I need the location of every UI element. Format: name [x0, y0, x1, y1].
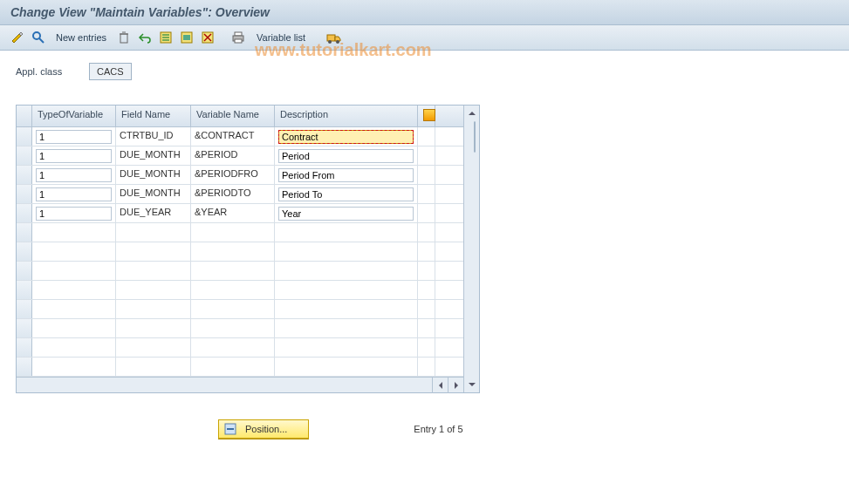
row-selector[interactable] — [17, 358, 32, 376]
cell-type[interactable] — [32, 127, 116, 146]
desc-input[interactable] — [278, 130, 414, 144]
row-selector[interactable] — [17, 185, 32, 203]
table-row-empty[interactable] — [17, 223, 463, 242]
table-row-empty[interactable] — [17, 319, 463, 338]
table-row-empty[interactable] — [17, 242, 463, 262]
col-header-var[interactable]: Variable Name — [191, 106, 275, 126]
table-row-empty[interactable] — [17, 262, 463, 281]
select-block-icon[interactable] — [178, 29, 195, 46]
other-entry-icon[interactable] — [30, 29, 47, 46]
appl-class-row: Appl. class CACS — [16, 63, 833, 80]
table-row-empty[interactable] — [17, 338, 463, 358]
col-header-desc[interactable]: Description — [275, 106, 418, 126]
cell-desc[interactable] — [275, 127, 418, 146]
cell-desc[interactable] — [275, 319, 418, 337]
page-title: Change View "Maintain Variables": Overvi… — [10, 5, 839, 19]
desc-input[interactable] — [278, 207, 414, 221]
table-row-empty[interactable] — [17, 281, 463, 300]
table-row[interactable]: DUE_MONTH&PERIOD — [17, 146, 463, 166]
cell-type[interactable] — [32, 146, 116, 165]
cell-type[interactable] — [32, 338, 116, 357]
cell-desc[interactable] — [275, 358, 418, 376]
new-entries-button[interactable]: New entries — [51, 32, 112, 43]
cell-desc[interactable] — [275, 281, 418, 299]
row-selector[interactable] — [17, 166, 32, 184]
type-input[interactable] — [36, 149, 112, 163]
type-input[interactable] — [36, 130, 112, 144]
row-selector[interactable] — [17, 242, 32, 261]
scroll-left-icon[interactable] — [432, 378, 448, 393]
configure-columns-button[interactable] — [418, 106, 435, 126]
cell-type[interactable] — [32, 300, 116, 318]
delete-icon[interactable] — [115, 29, 133, 46]
scroll-thumb[interactable] — [474, 121, 476, 153]
scroll-down-icon[interactable] — [464, 377, 479, 392]
select-all-icon[interactable] — [157, 29, 175, 46]
cell-desc[interactable] — [275, 185, 418, 203]
col-header-type[interactable]: TypeOfVariable — [32, 106, 116, 126]
cell-field — [116, 319, 191, 337]
variable-list-button[interactable]: Variable list — [251, 32, 311, 43]
cell-desc[interactable] — [275, 204, 418, 222]
cell-var: &YEAR — [191, 204, 275, 222]
print-icon[interactable] — [230, 29, 248, 46]
scroll-up-icon[interactable] — [464, 106, 479, 121]
cell-var: &PERIODTO — [191, 185, 275, 203]
cell-desc[interactable] — [275, 223, 418, 242]
row-selector[interactable] — [17, 146, 32, 165]
row-selector[interactable] — [17, 300, 32, 318]
cell-type[interactable] — [32, 223, 116, 242]
type-input[interactable] — [36, 187, 112, 201]
table-row[interactable]: DUE_MONTH&PERIODFRO — [17, 166, 463, 185]
cell-desc[interactable] — [275, 166, 418, 184]
deselect-all-icon[interactable] — [199, 29, 216, 46]
row-selector[interactable] — [17, 281, 32, 299]
cell-desc[interactable] — [275, 262, 418, 280]
position-button[interactable]: Position... — [218, 419, 309, 439]
type-input[interactable] — [36, 207, 112, 221]
cell-type[interactable] — [32, 262, 116, 280]
row-selector[interactable] — [17, 127, 32, 146]
row-selector[interactable] — [17, 223, 32, 242]
transport-icon[interactable] — [325, 29, 344, 46]
table-row-empty[interactable] — [17, 358, 463, 377]
table-row[interactable]: CTRTBU_ID&CONTRACT — [17, 127, 463, 146]
undo-change-icon[interactable] — [136, 29, 154, 46]
table-footer: Position... Entry 1 of 5 — [16, 419, 833, 439]
row-selector[interactable] — [17, 338, 32, 357]
cell-desc[interactable] — [275, 146, 418, 165]
cell-pad — [418, 338, 435, 357]
cell-pad — [418, 166, 435, 184]
cell-field — [116, 262, 191, 280]
cell-desc[interactable] — [275, 242, 418, 261]
cell-type[interactable] — [32, 319, 116, 337]
desc-input[interactable] — [278, 168, 414, 182]
cell-type[interactable] — [32, 166, 116, 184]
cell-type[interactable] — [32, 281, 116, 299]
cell-type[interactable] — [32, 185, 116, 203]
desc-input[interactable] — [278, 187, 414, 201]
row-selector[interactable] — [17, 319, 32, 337]
row-selector-header[interactable] — [17, 106, 32, 126]
table-row[interactable]: DUE_YEAR&YEAR — [17, 204, 463, 223]
cell-var — [191, 223, 275, 242]
cell-type[interactable] — [32, 242, 116, 261]
row-selector[interactable] — [17, 262, 32, 280]
cell-desc[interactable] — [275, 300, 418, 318]
desc-input[interactable] — [278, 149, 414, 163]
table-row[interactable]: DUE_MONTH&PERIODTO — [17, 185, 463, 204]
col-header-field[interactable]: Field Name — [116, 106, 191, 126]
cell-pad — [418, 281, 435, 299]
horizontal-scrollbar[interactable] — [17, 377, 463, 392]
cell-field — [116, 281, 191, 299]
table-row-empty[interactable] — [17, 300, 463, 319]
cell-type[interactable] — [32, 204, 116, 222]
cell-pad — [418, 242, 435, 261]
vertical-scrollbar[interactable] — [463, 106, 479, 392]
type-input[interactable] — [36, 168, 112, 182]
scroll-right-icon[interactable] — [448, 378, 463, 393]
cell-desc[interactable] — [275, 338, 418, 357]
row-selector[interactable] — [17, 204, 32, 222]
cell-type[interactable] — [32, 358, 116, 376]
toggle-display-change-icon[interactable] — [9, 29, 26, 46]
